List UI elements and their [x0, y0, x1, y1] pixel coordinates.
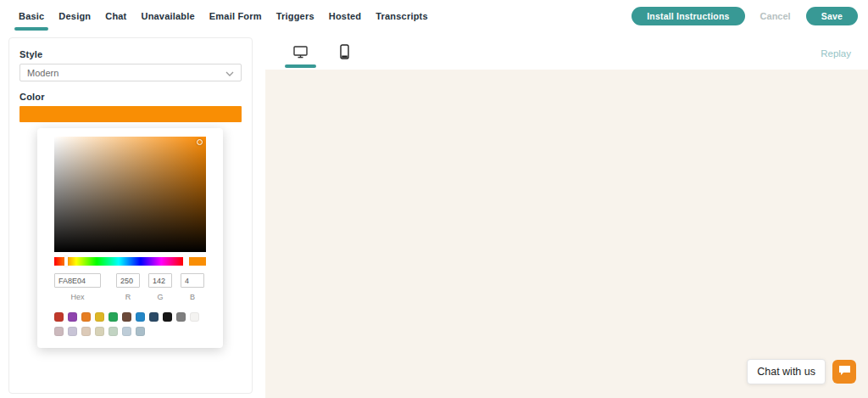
color-swatch[interactable] [95, 327, 104, 336]
tab-transcripts[interactable]: Transcripts [376, 0, 428, 32]
tab-email-form[interactable]: Email Form [209, 0, 262, 32]
tab-chat[interactable]: Chat [105, 0, 126, 32]
top-navigation-bar: Basic Design Chat Unavailable Email Form… [0, 0, 868, 32]
chat-launcher-button[interactable] [832, 360, 856, 384]
green-input-label: G [157, 293, 163, 301]
preview-canvas: Chat with us [265, 70, 868, 398]
tab-design[interactable]: Design [58, 0, 91, 32]
hue-slider[interactable] [54, 257, 183, 266]
color-swatch[interactable] [136, 312, 145, 322]
tab-design-label: Design [58, 11, 91, 21]
hex-input[interactable] [54, 273, 101, 288]
color-swatch[interactable] [54, 312, 64, 322]
color-value-inputs: Hex R G B [54, 273, 206, 301]
desktop-icon [293, 46, 308, 62]
color-swatch[interactable] [95, 312, 104, 322]
color-swatch[interactable] [163, 312, 172, 322]
current-color-preview [189, 257, 206, 266]
style-select[interactable]: Modern [19, 64, 242, 81]
color-picker: Hex R G B [37, 128, 223, 348]
red-input-label: R [125, 293, 131, 301]
hue-row [54, 257, 206, 266]
tab-triggers[interactable]: Triggers [276, 0, 314, 32]
color-swatch[interactable] [136, 327, 145, 336]
save-button[interactable]: Save [806, 7, 858, 25]
tab-unavailable[interactable]: Unavailable [141, 0, 194, 32]
replay-link[interactable]: Replay [821, 48, 851, 59]
tab-basic-label: Basic [19, 11, 44, 21]
color-swatch[interactable] [68, 327, 77, 336]
tab-transcripts-label: Transcripts [376, 11, 428, 21]
device-tab-desktop[interactable] [285, 37, 316, 70]
tab-triggers-label: Triggers [276, 11, 314, 21]
chat-invite-bubble[interactable]: Chat with us [747, 359, 826, 384]
tab-chat-label: Chat [105, 11, 126, 21]
swatch-row-1 [54, 312, 206, 322]
blue-input-label: B [190, 293, 195, 301]
tab-email-form-label: Email Form [209, 11, 262, 21]
tab-hosted[interactable]: Hosted [329, 0, 361, 32]
color-swatch[interactable] [190, 312, 199, 322]
chat-widget-settings-app: Basic Design Chat Unavailable Email Form… [0, 0, 868, 398]
color-swatch[interactable] [81, 327, 91, 336]
install-instructions-button[interactable]: Install Instructions [632, 7, 744, 25]
color-swatch[interactable] [176, 312, 186, 322]
preset-swatches [54, 312, 206, 336]
red-input[interactable] [116, 273, 140, 288]
tab-unavailable-label: Unavailable [141, 11, 194, 21]
hex-input-label: Hex [70, 293, 84, 301]
color-swatch[interactable] [108, 327, 118, 336]
mobile-icon [340, 44, 349, 63]
swatch-row-2 [54, 327, 206, 336]
color-swatch[interactable] [68, 312, 77, 322]
style-label: Style [19, 49, 242, 59]
selected-color-bar[interactable] [19, 106, 242, 122]
widget-preview-panel: Replay Chat with us [265, 37, 868, 398]
tab-hosted-label: Hosted [329, 11, 361, 21]
chevron-down-icon [225, 68, 234, 78]
color-swatch[interactable] [122, 327, 131, 336]
saturation-area[interactable] [54, 137, 206, 252]
hue-slider-handle[interactable] [64, 256, 68, 266]
color-swatch[interactable] [108, 312, 118, 322]
color-swatch[interactable] [54, 327, 64, 336]
tab-basic[interactable]: Basic [19, 0, 44, 32]
color-swatch[interactable] [122, 312, 131, 322]
color-swatch[interactable] [81, 312, 91, 322]
color-label: Color [19, 92, 242, 102]
settings-panel: Style Modern Color [8, 37, 253, 394]
topbar-actions: Install Instructions Cancel Save [632, 0, 858, 32]
main-content: Style Modern Color [0, 32, 868, 398]
blue-input[interactable] [181, 273, 204, 288]
preview-header: Replay [265, 37, 868, 70]
settings-tabs: Basic Design Chat Unavailable Email Form… [19, 0, 428, 32]
chat-bubble-icon [838, 365, 851, 378]
style-select-value: Modern [27, 68, 58, 78]
cancel-button[interactable]: Cancel [760, 11, 791, 21]
chat-launcher-preview: Chat with us [747, 359, 856, 384]
green-input[interactable] [148, 273, 172, 288]
device-tab-mobile[interactable] [331, 37, 358, 70]
color-swatch[interactable] [149, 312, 159, 322]
saturation-marker[interactable] [197, 139, 203, 145]
